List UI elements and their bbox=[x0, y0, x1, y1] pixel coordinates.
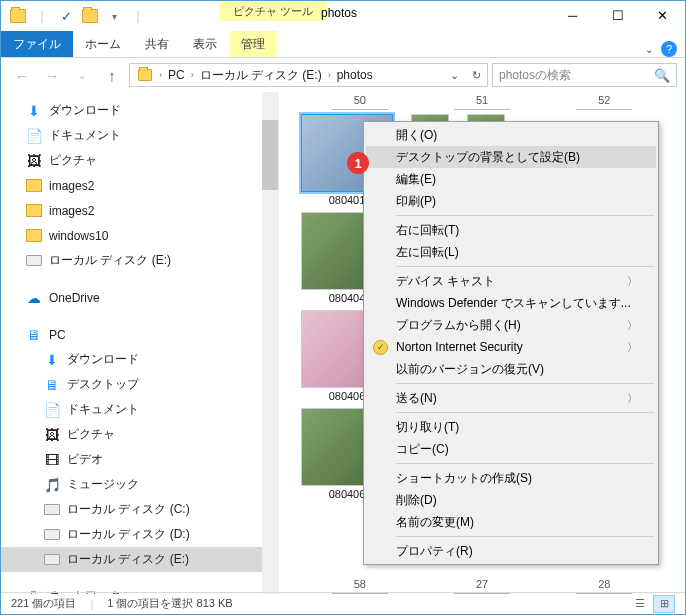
tab-share[interactable]: 共有 bbox=[133, 31, 181, 57]
tree-label: ローカル ディスク (D:) bbox=[67, 526, 190, 543]
menu-item[interactable]: プログラムから開く(H)〉 bbox=[366, 314, 656, 336]
tree-item[interactable]: 📄ドキュメント bbox=[1, 123, 278, 148]
tab-manage[interactable]: 管理 bbox=[229, 31, 277, 57]
tree-item[interactable]: ローカル ディスク (E:) bbox=[1, 248, 278, 273]
tree-label: windows10 bbox=[49, 229, 108, 243]
tree-item[interactable]: 📄ドキュメント bbox=[1, 397, 278, 422]
chevron-right-icon: 〉 bbox=[627, 391, 638, 406]
tree-item[interactable]: ☁OneDrive bbox=[1, 285, 278, 310]
search-input[interactable]: photosの検索 🔍 bbox=[492, 63, 677, 87]
chevron-right-icon: 〉 bbox=[627, 318, 638, 333]
menu-separator bbox=[396, 463, 654, 464]
tree-label: ドキュメント bbox=[67, 401, 139, 418]
tree-item[interactable]: windows10 bbox=[1, 223, 278, 248]
menu-label: デスクトップの背景として設定(B) bbox=[396, 149, 580, 166]
tree-item[interactable]: 🖼ピクチャ bbox=[1, 148, 278, 173]
ribbon-expand-icon[interactable]: ⌄ bbox=[645, 44, 653, 55]
help-icon[interactable]: ? bbox=[661, 41, 677, 57]
quick-access-toolbar: | ✓ ▾ | bbox=[1, 5, 149, 27]
menu-item[interactable]: 以前のバージョンの復元(V) bbox=[366, 358, 656, 380]
refresh-icon[interactable]: ↻ bbox=[465, 64, 487, 86]
tree-item[interactable]: ⬇ダウンロード bbox=[1, 347, 278, 372]
tree-item[interactable]: ⬇ダウンロード bbox=[1, 98, 278, 123]
tree-item[interactable]: ローカル ディスク (E:) bbox=[1, 547, 278, 572]
pic-icon: 🖼 bbox=[25, 153, 43, 169]
menu-item[interactable]: Windows Defender でスキャンしています... bbox=[366, 292, 656, 314]
up-button[interactable]: ↑ bbox=[99, 62, 125, 88]
annotation-badge: 1 bbox=[347, 152, 369, 174]
tree-label: ローカル ディスク (E:) bbox=[67, 551, 189, 568]
tree-item[interactable]: 🎞ビデオ bbox=[1, 447, 278, 472]
tree-item[interactable]: ローカル ディスク (D:) bbox=[1, 522, 278, 547]
menu-item[interactable]: コピー(C) bbox=[366, 438, 656, 460]
properties-icon[interactable]: ✓ bbox=[55, 5, 77, 27]
details-view-button[interactable]: ☰ bbox=[629, 595, 651, 613]
menu-item[interactable]: 名前の変更(M) bbox=[366, 511, 656, 533]
scrollbar-thumb[interactable] bbox=[262, 120, 278, 190]
chevron-right-icon[interactable]: › bbox=[156, 70, 165, 80]
tree-item[interactable]: images2 bbox=[1, 198, 278, 223]
chevron-right-icon[interactable]: › bbox=[188, 70, 197, 80]
doc-icon: 📄 bbox=[43, 402, 61, 418]
tree-item[interactable]: 🖼ピクチャ bbox=[1, 422, 278, 447]
breadcrumb-folder[interactable]: photos bbox=[334, 68, 376, 82]
menu-item[interactable]: ✓Norton Internet Security〉 bbox=[366, 336, 656, 358]
search-icon[interactable]: 🔍 bbox=[654, 68, 670, 83]
breadcrumb-drive[interactable]: ローカル ディスク (E:) bbox=[197, 67, 325, 84]
close-button[interactable]: ✕ bbox=[640, 1, 685, 30]
tree-item[interactable]: 🖥デスクトップ bbox=[1, 372, 278, 397]
doc-icon: 📄 bbox=[25, 128, 43, 144]
forward-button[interactable]: → bbox=[39, 62, 65, 88]
tree-label: PC bbox=[49, 328, 66, 342]
tree-label: ミュージック bbox=[67, 476, 139, 493]
selection-info: 1 個の項目を選択 813 KB bbox=[107, 596, 232, 611]
recent-dropdown-icon[interactable]: ⌄ bbox=[69, 62, 95, 88]
menu-label: デバイス キャスト bbox=[396, 273, 495, 290]
qat-customize-icon[interactable]: ▾ bbox=[103, 5, 125, 27]
menu-item[interactable]: デスクトップの背景として設定(B) bbox=[366, 146, 656, 168]
tree-label: ダウンロード bbox=[49, 102, 121, 119]
scrollbar[interactable] bbox=[262, 92, 278, 594]
tree-label: ローカル ディスク (C:) bbox=[67, 501, 190, 518]
tab-file[interactable]: ファイル bbox=[1, 31, 73, 57]
menu-item[interactable]: プロパティ(R) bbox=[366, 540, 656, 562]
menu-label: Norton Internet Security bbox=[396, 340, 523, 354]
menu-item[interactable]: 開く(O) bbox=[366, 124, 656, 146]
menu-item[interactable]: デバイス キャスト〉 bbox=[366, 270, 656, 292]
tree-item[interactable]: 🖥PC bbox=[1, 322, 278, 347]
menu-item[interactable]: 削除(D) bbox=[366, 489, 656, 511]
breadcrumb-pc[interactable]: PC bbox=[165, 68, 188, 82]
history-dropdown-icon[interactable]: ⌄ bbox=[443, 64, 465, 86]
desktop-icon: 🖥 bbox=[43, 377, 61, 393]
tree-label: OneDrive bbox=[49, 291, 100, 305]
thumbnails-view-button[interactable]: ⊞ bbox=[653, 595, 675, 613]
tree-item[interactable]: ローカル ディスク (C:) bbox=[1, 497, 278, 522]
chevron-right-icon: 〉 bbox=[627, 340, 638, 355]
tree-label: ピクチャ bbox=[49, 152, 97, 169]
tree-label: images2 bbox=[49, 179, 94, 193]
menu-item[interactable]: ショートカットの作成(S) bbox=[366, 467, 656, 489]
address-bar[interactable]: › PC › ローカル ディスク (E:) › photos ⌄ ↻ bbox=[129, 63, 488, 87]
minimize-button[interactable]: ─ bbox=[550, 1, 595, 30]
menu-item[interactable]: 左に回転(L) bbox=[366, 241, 656, 263]
menu-item[interactable]: 右に回転(T) bbox=[366, 219, 656, 241]
status-bar: 221 個の項目 | 1 個の項目を選択 813 KB ☰ ⊞ bbox=[1, 592, 685, 614]
ruler-mark: 52 bbox=[576, 94, 632, 110]
menu-item[interactable]: 切り取り(T) bbox=[366, 416, 656, 438]
divider: | bbox=[31, 5, 53, 27]
menu-item[interactable]: 送る(N)〉 bbox=[366, 387, 656, 409]
tree-item[interactable]: images2 bbox=[1, 173, 278, 198]
folder-icon[interactable] bbox=[7, 5, 29, 27]
folder-icon bbox=[25, 178, 43, 194]
menu-item[interactable]: 編集(E) bbox=[366, 168, 656, 190]
chevron-right-icon[interactable]: › bbox=[325, 70, 334, 80]
tab-view[interactable]: 表示 bbox=[181, 31, 229, 57]
tab-home[interactable]: ホーム bbox=[73, 31, 133, 57]
menu-item[interactable]: 印刷(P) bbox=[366, 190, 656, 212]
tree-item[interactable]: 🎵ミュージック bbox=[1, 472, 278, 497]
new-folder-icon[interactable] bbox=[79, 5, 101, 27]
maximize-button[interactable]: ☐ bbox=[595, 1, 640, 30]
menu-label: 開く(O) bbox=[396, 127, 437, 144]
tree-label: ダウンロード bbox=[67, 351, 139, 368]
back-button[interactable]: ← bbox=[9, 62, 35, 88]
